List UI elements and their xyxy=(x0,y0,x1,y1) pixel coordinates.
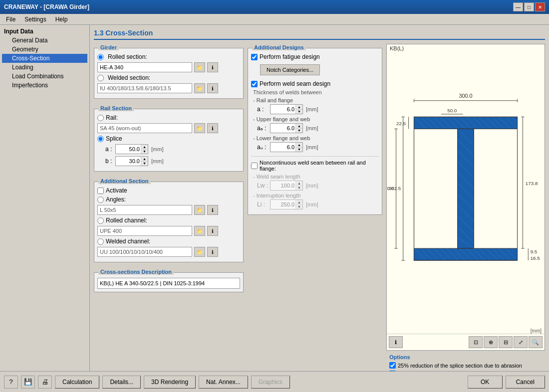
option1-row: 25% reduction of the splice section due … xyxy=(389,362,542,369)
details-button[interactable]: Details... xyxy=(102,376,141,389)
rolled-channel-radio[interactable] xyxy=(97,217,104,224)
rolled-section-browse-btn[interactable]: 📁 xyxy=(194,62,205,72)
splice-b-arrows: ▲ ▼ xyxy=(141,157,148,166)
rail-input[interactable] xyxy=(97,123,192,133)
welded-channel-radio[interactable] xyxy=(97,238,104,245)
zoom-fit-btn[interactable]: ⊡ xyxy=(469,336,483,348)
sidebar-item-imperfections[interactable]: Imperfections xyxy=(2,81,87,90)
a-label: a : xyxy=(257,106,268,113)
splice-b-spin[interactable]: ▲ ▼ xyxy=(115,156,148,166)
lw-down[interactable]: ▼ xyxy=(296,186,302,191)
a-input[interactable] xyxy=(271,106,295,112)
welded-section-row: Welded section: xyxy=(97,74,240,81)
au-spin[interactable]: ▲ ▼ xyxy=(270,142,303,152)
fatigue-label: Perform fatigue design xyxy=(260,53,320,60)
rolled-section-info-btn[interactable]: ℹ xyxy=(207,62,218,72)
rail-info-btn[interactable]: ℹ xyxy=(207,123,218,133)
angles-radio[interactable] xyxy=(97,196,104,203)
rolled-channel-info-btn[interactable]: ℹ xyxy=(207,226,218,236)
window-title: CRANEWAY - [CRAWA Girder] xyxy=(4,3,89,10)
graphics-button[interactable]: Graphics xyxy=(251,376,290,389)
splice-b-up[interactable]: ▲ xyxy=(141,157,148,162)
sidebar-item-geometry[interactable]: Geometry xyxy=(2,45,87,54)
ok-button[interactable]: OK xyxy=(468,376,503,389)
search-btn[interactable]: 🔍 xyxy=(529,336,543,348)
au-up[interactable]: ▲ xyxy=(296,143,302,148)
menu-file[interactable]: File xyxy=(2,15,19,24)
angles-browse-btn[interactable]: 📁 xyxy=(194,205,205,215)
li-up[interactable]: ▲ xyxy=(296,200,302,205)
rolled-section-radio[interactable] xyxy=(97,54,104,60)
close-button[interactable]: ✕ xyxy=(535,2,545,11)
welded-channel-info-btn[interactable]: ℹ xyxy=(207,247,218,257)
splice-a-spin[interactable]: ▲ ▼ xyxy=(115,144,148,154)
zoom-in-btn[interactable]: ⊕ xyxy=(484,336,498,348)
option2-checkbox[interactable] xyxy=(389,371,396,371)
splice-a-up[interactable]: ▲ xyxy=(141,145,148,150)
rail-radio[interactable] xyxy=(97,115,104,121)
ao-input[interactable] xyxy=(271,125,295,131)
welded-section-input[interactable] xyxy=(97,83,192,93)
a-down[interactable]: ▼ xyxy=(296,110,302,114)
lw-input[interactable] xyxy=(271,183,295,189)
minimize-button[interactable]: — xyxy=(513,2,523,11)
rolled-section-input[interactable] xyxy=(97,62,192,72)
splice-a-down[interactable]: ▼ xyxy=(141,150,148,154)
activate-checkbox[interactable] xyxy=(97,188,104,194)
cancel-button[interactable]: Cancel xyxy=(506,376,545,389)
angles-input-row: 📁 ℹ xyxy=(97,205,240,215)
rolled-channel-input[interactable] xyxy=(97,226,192,236)
welded-section-radio[interactable] xyxy=(97,75,104,81)
zoom-out-btn[interactable]: ⊟ xyxy=(499,336,513,348)
ao-down[interactable]: ▼ xyxy=(296,129,302,133)
ao-spin[interactable]: ▲ ▼ xyxy=(270,123,303,133)
info-canvas-btn[interactable]: ℹ xyxy=(389,336,403,348)
notch-categories-button[interactable]: Notch Categories... xyxy=(260,64,320,75)
splice-b-down[interactable]: ▼ xyxy=(141,162,148,166)
li-input[interactable] xyxy=(271,201,295,207)
rail-browse-btn[interactable]: 📁 xyxy=(194,123,205,133)
noncontinuous-checkbox[interactable] xyxy=(251,163,258,169)
rolled-channel-browse-btn[interactable]: 📁 xyxy=(194,226,205,236)
nat-annex-button[interactable]: Nat. Annex... xyxy=(199,376,248,389)
move-btn[interactable]: ⤢ xyxy=(514,336,528,348)
angles-info-btn[interactable]: ℹ xyxy=(207,205,218,215)
sidebar-group-input-data[interactable]: Input Data xyxy=(2,27,87,36)
rendering-button[interactable]: 3D Rendering xyxy=(144,376,196,389)
maximize-button[interactable]: □ xyxy=(524,2,534,11)
upper-flange-label: - Upper flange and web xyxy=(253,116,379,122)
option1-checkbox[interactable] xyxy=(389,362,396,369)
calculation-button[interactable]: Calculation xyxy=(55,376,99,389)
weld-checkbox[interactable] xyxy=(251,81,258,87)
splice-radio[interactable] xyxy=(97,136,104,142)
welded-section-browse-btn[interactable]: 📁 xyxy=(194,83,205,93)
lw-up[interactable]: ▲ xyxy=(296,181,302,186)
thickness-label: Thickness of welds between xyxy=(253,89,379,95)
lw-spin: ▲ ▼ xyxy=(270,181,303,191)
ao-up[interactable]: ▲ xyxy=(296,124,302,129)
sidebar-item-loading[interactable]: Loading xyxy=(2,63,87,72)
fatigue-checkbox[interactable] xyxy=(251,54,258,60)
sidebar-item-cross-section[interactable]: Cross-Section xyxy=(2,54,87,63)
print-btn[interactable]: 🖨 xyxy=(38,376,52,389)
sidebar-item-load-combinations[interactable]: Load Combinations xyxy=(2,72,87,81)
a-spin[interactable]: ▲ ▼ xyxy=(270,104,303,114)
option2-label: Consider rail section for the cross-sect… xyxy=(398,371,525,372)
save-btn[interactable]: 💾 xyxy=(21,376,35,389)
menu-settings[interactable]: Settings xyxy=(20,15,50,24)
sidebar-item-general-data[interactable]: General Data xyxy=(2,36,87,45)
angles-input[interactable] xyxy=(97,205,192,215)
li-arrows: ▲ ▼ xyxy=(295,200,302,209)
au-down[interactable]: ▼ xyxy=(296,148,302,152)
help-btn[interactable]: ? xyxy=(4,376,18,389)
a-up[interactable]: ▲ xyxy=(296,105,302,110)
splice-a-input[interactable] xyxy=(116,146,141,152)
main-container: Input Data General Data Geometry Cross-S… xyxy=(0,25,549,371)
welded-section-info-btn[interactable]: ℹ xyxy=(207,83,218,93)
au-input[interactable] xyxy=(271,144,295,150)
splice-b-input[interactable] xyxy=(116,158,141,164)
menu-help[interactable]: Help xyxy=(51,15,72,24)
li-down[interactable]: ▼ xyxy=(296,205,302,209)
welded-channel-browse-btn[interactable]: 📁 xyxy=(194,247,205,257)
welded-channel-input[interactable] xyxy=(97,247,192,257)
